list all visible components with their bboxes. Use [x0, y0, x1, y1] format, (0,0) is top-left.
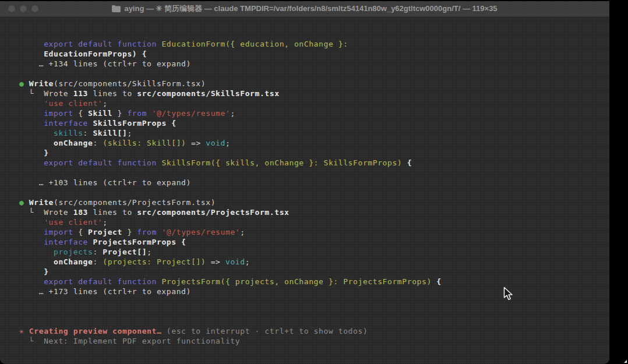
terminal-line: interface SkillsFormProps {: [19, 118, 609, 128]
terminal-window: aying — ✳ 简历编辑器 — claude TMPDIR=/var/fol…: [0, 0, 609, 364]
terminal-line: }: [19, 148, 609, 158]
terminal-line: projects: Project[];: [19, 247, 609, 257]
terminal-line: export default function ProjectsForm({ p…: [19, 277, 609, 287]
terminal-line: onChange: (projects: Project[]) => void;: [19, 257, 609, 267]
terminal-line: skills: Skill[];: [19, 128, 609, 138]
mouse-cursor: [503, 287, 514, 303]
screen-corner-glint: [624, 360, 627, 363]
terminal-line: [19, 296, 609, 306]
minimize-button[interactable]: [20, 5, 27, 12]
terminal-line: … +134 lines (ctrl+r to expand): [19, 59, 609, 69]
terminal-line: ✳ Creating preview component… (esc to in…: [19, 326, 609, 336]
traffic-lights: [8, 5, 38, 12]
terminal-line: EducationFormProps) {: [19, 49, 609, 59]
terminal-line: }: [19, 267, 609, 277]
terminal-line: import { Skill } from '@/types/resume';: [19, 108, 609, 118]
window-title-text: aying — ✳ 简历编辑器 — claude TMPDIR=/var/fol…: [124, 3, 497, 14]
task-status: ✳ Creating preview component… (esc to in…: [19, 326, 609, 346]
terminal-line: ● Write(src/components/SkillsForm.tsx): [19, 79, 609, 89]
terminal-line: 'use client';: [19, 217, 609, 227]
window-titlebar[interactable]: aying — ✳ 简历编辑器 — claude TMPDIR=/var/fol…: [0, 0, 609, 16]
terminal-line: … +173 lines (ctrl+r to expand): [19, 287, 609, 296]
close-button[interactable]: [8, 5, 15, 12]
terminal-line: ● Write(src/components/ProjectsForm.tsx): [19, 197, 609, 207]
terminal-line: export default function SkillsForm({ ski…: [19, 158, 609, 168]
terminal-line: [19, 168, 609, 178]
folder-icon: [112, 5, 121, 12]
terminal-line: 'use client';: [19, 98, 609, 108]
terminal-line: interface ProjectsFormProps {: [19, 237, 609, 247]
zoom-button[interactable]: [31, 5, 38, 12]
terminal-content[interactable]: export default function EducationForm({ …: [0, 16, 609, 364]
terminal-line: └ Wrote 113 lines to src/components/Skil…: [19, 89, 609, 98]
terminal-line: [19, 69, 609, 79]
terminal-line: import { Project } from '@/types/resume'…: [19, 227, 609, 237]
window-title: aying — ✳ 简历编辑器 — claude TMPDIR=/var/fol…: [0, 3, 609, 14]
terminal-line: └ Next: Implement PDF export functionali…: [19, 336, 609, 346]
terminal-line: [19, 188, 609, 197]
terminal-line: export default function EducationForm({ …: [19, 39, 609, 49]
terminal-line: └ Wrote 183 lines to src/components/Proj…: [19, 207, 609, 217]
terminal-line: … +103 lines (ctrl+r to expand): [19, 178, 609, 188]
terminal-scrollback: export default function EducationForm({ …: [19, 39, 609, 306]
terminal-line: onChange: (skills: Skill[]) => void;: [19, 138, 609, 148]
